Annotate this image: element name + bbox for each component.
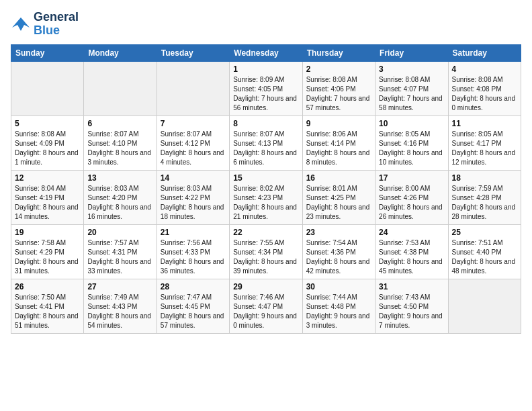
calendar-cell: 20Sunrise: 7:57 AM Sunset: 4:31 PM Dayli… — [84, 224, 157, 279]
day-detail: Sunrise: 7:44 AM Sunset: 4:48 PM Dayligh… — [306, 293, 371, 330]
day-number: 21 — [161, 228, 226, 237]
day-detail: Sunrise: 7:46 AM Sunset: 4:47 PM Dayligh… — [233, 293, 298, 330]
day-detail: Sunrise: 7:50 AM Sunset: 4:41 PM Dayligh… — [15, 293, 80, 330]
calendar-cell — [448, 279, 521, 333]
calendar-cell: 5Sunrise: 8:08 AM Sunset: 4:09 PM Daylig… — [11, 116, 84, 170]
day-detail: Sunrise: 8:09 AM Sunset: 4:05 PM Dayligh… — [233, 75, 298, 113]
day-detail: Sunrise: 7:59 AM Sunset: 4:28 PM Dayligh… — [452, 184, 517, 222]
svg-marker-0 — [12, 17, 30, 31]
calendar-cell: 19Sunrise: 7:58 AM Sunset: 4:29 PM Dayli… — [11, 224, 84, 279]
calendar-cell: 14Sunrise: 8:03 AM Sunset: 4:22 PM Dayli… — [157, 170, 229, 224]
calendar-cell: 7Sunrise: 8:07 AM Sunset: 4:12 PM Daylig… — [157, 116, 229, 170]
day-number: 24 — [379, 228, 444, 237]
weekday-header-saturday: Saturday — [448, 44, 521, 61]
weekday-header-thursday: Thursday — [302, 44, 375, 61]
day-detail: Sunrise: 8:08 AM Sunset: 4:07 PM Dayligh… — [379, 75, 444, 113]
day-detail: Sunrise: 7:43 AM Sunset: 4:50 PM Dayligh… — [379, 293, 444, 330]
day-number: 10 — [379, 119, 444, 128]
logo-text: General Blue — [34, 11, 79, 38]
day-number: 3 — [379, 64, 444, 74]
day-detail: Sunrise: 7:54 AM Sunset: 4:36 PM Dayligh… — [306, 238, 371, 276]
calendar-cell: 6Sunrise: 8:07 AM Sunset: 4:10 PM Daylig… — [84, 116, 157, 170]
weekday-header-wednesday: Wednesday — [230, 44, 302, 61]
day-number: 26 — [15, 282, 80, 291]
calendar-cell: 21Sunrise: 7:56 AM Sunset: 4:33 PM Dayli… — [157, 224, 229, 279]
day-detail: Sunrise: 7:57 AM Sunset: 4:31 PM Dayligh… — [87, 238, 152, 276]
day-number: 17 — [379, 173, 444, 183]
day-number: 2 — [306, 64, 371, 74]
calendar-cell: 3Sunrise: 8:08 AM Sunset: 4:07 PM Daylig… — [375, 61, 448, 116]
day-detail: Sunrise: 8:03 AM Sunset: 4:22 PM Dayligh… — [161, 184, 226, 222]
logo: General Blue — [11, 11, 79, 38]
calendar-cell: 18Sunrise: 7:59 AM Sunset: 4:28 PM Dayli… — [448, 170, 521, 224]
day-number: 30 — [306, 282, 371, 291]
weekday-header-monday: Monday — [84, 44, 157, 61]
header: General Blue — [11, 11, 521, 38]
calendar-cell: 24Sunrise: 7:53 AM Sunset: 4:38 PM Dayli… — [375, 224, 448, 279]
day-number: 1 — [233, 64, 298, 74]
calendar-cell: 9Sunrise: 8:06 AM Sunset: 4:14 PM Daylig… — [302, 116, 375, 170]
day-detail: Sunrise: 8:07 AM Sunset: 4:10 PM Dayligh… — [87, 130, 152, 167]
calendar-cell: 29Sunrise: 7:46 AM Sunset: 4:47 PM Dayli… — [230, 279, 302, 333]
day-detail: Sunrise: 8:07 AM Sunset: 4:13 PM Dayligh… — [233, 130, 298, 167]
weekday-header-tuesday: Tuesday — [157, 44, 229, 61]
day-number: 27 — [87, 282, 152, 291]
calendar-cell — [84, 61, 157, 116]
calendar-cell: 26Sunrise: 7:50 AM Sunset: 4:41 PM Dayli… — [11, 279, 84, 333]
day-number: 7 — [161, 119, 226, 128]
day-number: 12 — [15, 173, 80, 183]
calendar-cell: 4Sunrise: 8:08 AM Sunset: 4:08 PM Daylig… — [448, 61, 521, 116]
day-detail: Sunrise: 7:55 AM Sunset: 4:34 PM Dayligh… — [233, 238, 298, 276]
day-detail: Sunrise: 8:03 AM Sunset: 4:20 PM Dayligh… — [87, 184, 152, 222]
day-detail: Sunrise: 8:02 AM Sunset: 4:23 PM Dayligh… — [233, 184, 298, 222]
logo-icon — [11, 14, 31, 34]
calendar-cell: 1Sunrise: 8:09 AM Sunset: 4:05 PM Daylig… — [230, 61, 302, 116]
calendar-cell: 10Sunrise: 8:05 AM Sunset: 4:16 PM Dayli… — [375, 116, 448, 170]
calendar-cell: 15Sunrise: 8:02 AM Sunset: 4:23 PM Dayli… — [230, 170, 302, 224]
day-detail: Sunrise: 8:08 AM Sunset: 4:06 PM Dayligh… — [306, 75, 371, 113]
day-detail: Sunrise: 8:06 AM Sunset: 4:14 PM Dayligh… — [306, 130, 371, 167]
day-detail: Sunrise: 7:51 AM Sunset: 4:40 PM Dayligh… — [452, 238, 517, 276]
day-detail: Sunrise: 7:53 AM Sunset: 4:38 PM Dayligh… — [379, 238, 444, 276]
day-number: 16 — [306, 173, 371, 183]
calendar-cell: 11Sunrise: 8:05 AM Sunset: 4:17 PM Dayli… — [448, 116, 521, 170]
day-number: 6 — [87, 119, 152, 128]
day-number: 14 — [161, 173, 226, 183]
day-number: 20 — [87, 228, 152, 237]
calendar-cell: 16Sunrise: 8:01 AM Sunset: 4:25 PM Dayli… — [302, 170, 375, 224]
calendar-cell: 12Sunrise: 8:04 AM Sunset: 4:19 PM Dayli… — [11, 170, 84, 224]
day-detail: Sunrise: 8:04 AM Sunset: 4:19 PM Dayligh… — [15, 184, 80, 222]
day-number: 22 — [233, 228, 298, 237]
day-number: 13 — [87, 173, 152, 183]
day-detail: Sunrise: 7:56 AM Sunset: 4:33 PM Dayligh… — [161, 238, 226, 276]
calendar-cell: 30Sunrise: 7:44 AM Sunset: 4:48 PM Dayli… — [302, 279, 375, 333]
day-number: 15 — [233, 173, 298, 183]
day-number: 4 — [452, 64, 517, 74]
day-number: 23 — [306, 228, 371, 237]
weekday-header-friday: Friday — [375, 44, 448, 61]
calendar-cell: 22Sunrise: 7:55 AM Sunset: 4:34 PM Dayli… — [230, 224, 302, 279]
day-number: 19 — [15, 228, 80, 237]
calendar-cell: 25Sunrise: 7:51 AM Sunset: 4:40 PM Dayli… — [448, 224, 521, 279]
day-detail: Sunrise: 8:01 AM Sunset: 4:25 PM Dayligh… — [306, 184, 371, 222]
weekday-header-sunday: Sunday — [11, 44, 84, 61]
day-detail: Sunrise: 8:08 AM Sunset: 4:09 PM Dayligh… — [15, 130, 80, 167]
day-number: 9 — [306, 119, 371, 128]
calendar-cell: 31Sunrise: 7:43 AM Sunset: 4:50 PM Dayli… — [375, 279, 448, 333]
day-number: 5 — [15, 119, 80, 128]
calendar-cell: 28Sunrise: 7:47 AM Sunset: 4:45 PM Dayli… — [157, 279, 229, 333]
day-detail: Sunrise: 8:08 AM Sunset: 4:08 PM Dayligh… — [452, 75, 517, 113]
day-detail: Sunrise: 8:05 AM Sunset: 4:17 PM Dayligh… — [452, 130, 517, 167]
calendar-cell: 13Sunrise: 8:03 AM Sunset: 4:20 PM Dayli… — [84, 170, 157, 224]
day-detail: Sunrise: 7:58 AM Sunset: 4:29 PM Dayligh… — [15, 238, 80, 276]
calendar-cell: 17Sunrise: 8:00 AM Sunset: 4:26 PM Dayli… — [375, 170, 448, 224]
day-number: 29 — [233, 282, 298, 291]
calendar-cell: 8Sunrise: 8:07 AM Sunset: 4:13 PM Daylig… — [230, 116, 302, 170]
day-detail: Sunrise: 7:47 AM Sunset: 4:45 PM Dayligh… — [161, 293, 226, 330]
calendar-cell — [157, 61, 229, 116]
calendar-cell: 23Sunrise: 7:54 AM Sunset: 4:36 PM Dayli… — [302, 224, 375, 279]
calendar-cell — [11, 61, 84, 116]
day-detail: Sunrise: 7:49 AM Sunset: 4:43 PM Dayligh… — [87, 293, 152, 330]
day-number: 31 — [379, 282, 444, 291]
calendar-cell: 2Sunrise: 8:08 AM Sunset: 4:06 PM Daylig… — [302, 61, 375, 116]
